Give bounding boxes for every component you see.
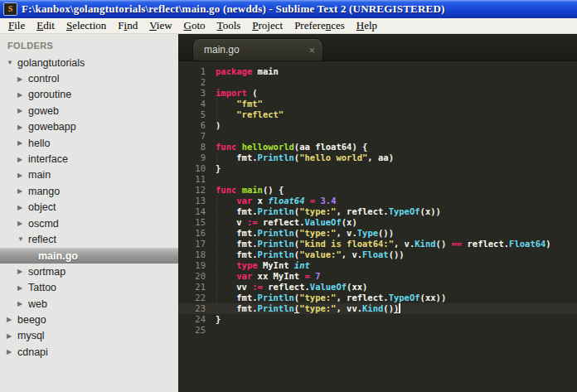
code-line-19[interactable]: 19 type MyInt int [178,260,577,271]
code-line-5[interactable]: 5 "reflect" [178,109,577,120]
menu-project[interactable]: Project [246,18,288,33]
line-number: 16 [178,228,216,239]
sidebar-item-cdnapi[interactable]: ▶cdnapi [0,344,178,360]
sidebar-item-oscmd[interactable]: ▶oscmd [0,215,178,231]
menu-file[interactable]: File [2,18,31,33]
code-line-16[interactable]: 16 fmt.Println("type:", v.Type()) [178,228,577,239]
close-icon[interactable]: × [308,45,315,56]
triangle-right-icon[interactable]: ▶ [17,107,28,114]
triangle-down-icon[interactable]: ▼ [17,235,28,243]
line-number: 23 [178,303,216,314]
sidebar-item-web[interactable]: ▶web [0,296,178,312]
code-line-9[interactable]: 9 fmt.Println("hello world", aa) [178,152,577,163]
menu-find[interactable]: Find [112,18,143,33]
code-line-7[interactable]: 7 [178,131,577,142]
sidebar-item-tattoo[interactable]: ▶Tattoo [0,279,178,295]
triangle-right-icon[interactable]: ▶ [17,204,28,211]
line-number: 24 [178,314,216,325]
sidebar-item-goroutine[interactable]: ▶goroutine [0,87,178,103]
tab-main-go[interactable]: main.go × [192,38,323,60]
triangle-right-icon[interactable]: ▶ [7,348,17,356]
sidebar-item-mango[interactable]: ▶mango [0,183,178,199]
code-line-1[interactable]: 1package main [178,66,577,77]
menu-preferences[interactable]: Preferences [288,18,351,33]
triangle-right-icon[interactable]: ▶ [17,284,28,292]
code-line-3[interactable]: 3import ( [178,88,577,99]
code-text: fmt.Println("kind is float64:", v.Kind()… [216,239,551,249]
triangle-right-icon[interactable]: ▶ [17,75,28,83]
window-title: F:\kanbox\golangtutorials\reflect\main.g… [22,2,445,16]
sidebar-item-mysql[interactable]: ▶mysql [0,328,178,344]
sidebar-item-main[interactable]: ▶main [0,167,178,183]
item-label: hello [28,138,50,149]
sidebar-item-gowebapp[interactable]: ▶gowebapp [0,119,178,135]
code-line-23[interactable]: 23 fmt.Println("type:", vv.Kind()) [178,303,577,314]
line-number: 18 [178,249,216,260]
line-number: 17 [178,239,216,249]
triangle-right-icon[interactable]: ▶ [17,187,28,195]
code-line-10[interactable]: 10} [178,163,577,174]
code-line-6[interactable]: 6) [178,120,577,131]
code-line-24[interactable]: 24} [178,314,577,325]
code-line-14[interactable]: 14 fmt.Println("type:", reflect.TypeOf(x… [178,206,577,217]
code-text: } [216,163,221,174]
triangle-right-icon[interactable]: ▶ [17,91,28,99]
line-number: 4 [178,99,216,109]
menu-help[interactable]: Help [351,18,383,33]
sidebar-item-hello[interactable]: ▶hello [0,135,178,151]
code-line-18[interactable]: 18 fmt.Println("value:", v.Float()) [178,249,577,260]
sidebar-item-reflect[interactable]: ▼reflect [0,231,178,247]
code-text: fmt.Println("type:", v.Type()) [216,228,394,239]
line-number: 7 [178,131,216,142]
code-line-20[interactable]: 20 var xx MyInt = 7 [178,271,577,282]
sidebar-item-object[interactable]: ▶object [0,200,178,215]
item-label: goweb [28,105,59,117]
sidebar-item-beego[interactable]: ▶beego [0,312,178,327]
item-label: main [28,169,51,181]
menu-goto[interactable]: Goto [178,18,211,33]
code-line-8[interactable]: 8func helloworld(aa float64) { [178,142,577,152]
line-number: 6 [178,120,216,131]
code-line-11[interactable]: 11 [178,174,577,185]
triangle-right-icon[interactable]: ▶ [17,220,28,227]
code-line-15[interactable]: 15 v := reflect.ValueOf(x) [178,217,577,228]
line-number: 8 [178,142,216,152]
code-line-2[interactable]: 2 [178,77,577,88]
text-cursor [399,303,400,313]
sidebar-item-golangtutorials[interactable]: ▼golangtutorials [0,55,178,70]
sidebar-item-sortmap[interactable]: ▶sortmap [0,264,178,279]
code-text: "reflect" [216,109,284,120]
triangle-right-icon[interactable]: ▶ [17,300,28,307]
triangle-right-icon[interactable]: ▶ [17,139,28,147]
sidebar-item-interface[interactable]: ▶interface [0,151,178,167]
line-number: 2 [178,77,216,88]
line-number: 9 [178,152,216,163]
code-line-21[interactable]: 21 vv := reflect.ValueOf(xx) [178,282,577,293]
sidebar-item-goweb[interactable]: ▶goweb [0,103,178,119]
code-line-17[interactable]: 17 fmt.Println("kind is float64:", v.Kin… [178,239,577,249]
tab-bar: main.go × [178,34,577,61]
menu-view[interactable]: View [143,18,177,33]
line-number: 5 [178,109,216,120]
sidebar-item-main-go[interactable]: main.go [0,248,178,264]
code-line-13[interactable]: 13 var x float64 = 3.4 [178,196,577,206]
triangle-right-icon[interactable]: ▶ [7,332,17,340]
triangle-right-icon[interactable]: ▶ [7,316,17,323]
code-line-25[interactable]: 25 [178,325,577,336]
sidebar-item-control[interactable]: ▶control [0,70,178,86]
triangle-right-icon[interactable]: ▶ [17,268,28,275]
menu-tools[interactable]: Tools [211,18,247,33]
code-text: var xx MyInt = 7 [216,271,320,282]
line-number: 14 [178,206,216,217]
triangle-right-icon[interactable]: ▶ [17,172,28,179]
triangle-right-icon[interactable]: ▶ [17,156,28,163]
main-split: FOLDERS ▼golangtutorials▶control▶gorouti… [0,34,577,392]
triangle-right-icon[interactable]: ▶ [17,123,28,131]
code-line-12[interactable]: 12func main() { [178,185,577,196]
code-line-22[interactable]: 22 fmt.Println("type:", reflect.TypeOf(x… [178,293,577,303]
menu-selection[interactable]: Selection [61,18,112,33]
triangle-down-icon[interactable]: ▼ [7,59,17,66]
code-line-4[interactable]: 4 "fmt" [178,99,577,109]
code-area[interactable]: 1package main23import (4 "fmt"5 "reflect… [178,61,577,392]
menu-edit[interactable]: Edit [31,18,61,33]
